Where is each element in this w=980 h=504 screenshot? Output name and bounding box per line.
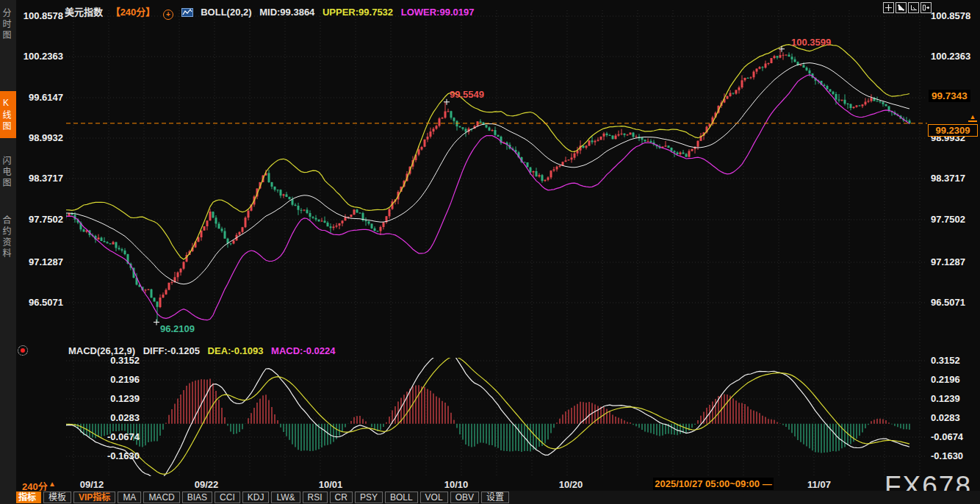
sidebar-tab-time-chart[interactable]: 分时图 — [0, 4, 16, 44]
toolbar-bias-button[interactable]: BIAS — [182, 492, 212, 503]
price-arrow-icon: ▲ — [968, 114, 977, 122]
toolbar-vol-button[interactable]: VOL — [420, 492, 448, 503]
macd-value: MACD:-0.0224 — [271, 345, 335, 356]
x-axis-date: 09/22 — [195, 479, 219, 490]
y-axis-label: 100.2363 — [931, 51, 970, 62]
add-indicator-icon[interactable]: + — [163, 10, 173, 20]
macd-axis-label: -0.1630 — [931, 450, 963, 461]
period-label: 【240分】 — [111, 7, 156, 18]
price-annotation: 100.3599 — [791, 37, 831, 48]
macd-axis-label: -0.0674 — [931, 431, 963, 442]
y-axis-label: 96.5071 — [931, 297, 965, 308]
toolbar-rsi-button[interactable]: RSI — [303, 492, 328, 503]
selected-bar-datetime: 2025/10/27 05:00~09:00 — — [653, 478, 774, 490]
toolbar-obv-button[interactable]: OBV — [450, 492, 479, 503]
chart-canvas[interactable] — [0, 0, 980, 504]
toolbar-kdj-button[interactable]: KDJ — [242, 492, 270, 503]
left-sidebar: 分时图 K线图 闪电图 合约资料 — [0, 0, 16, 504]
x-axis-date: 09/12 — [80, 479, 104, 490]
macd-axis-label: 0.0283 — [96, 412, 140, 423]
sidebar-tab-kline-chart[interactable]: K线图 — [0, 91, 16, 138]
y-axis-label: 98.3717 — [931, 173, 965, 184]
symbol-name: 美元指数 — [65, 7, 103, 18]
sidebar-tab-flash-chart[interactable]: 闪电图 — [0, 150, 16, 194]
axis-zoom-right-icon[interactable] — [908, 2, 919, 13]
exit-view-icon[interactable] — [920, 2, 932, 13]
x-axis-date: 10/01 — [319, 479, 343, 490]
macd-axis-label: -0.1630 — [96, 450, 140, 461]
macd-dea: DEA:-0.1093 — [208, 345, 264, 356]
toolbar-boll-button[interactable]: BOLL — [385, 492, 418, 503]
toolbar-indicators-button[interactable]: 指标 — [13, 492, 41, 503]
y-axis-label: 97.7502 — [931, 214, 965, 225]
window-controls — [883, 2, 932, 13]
macd-axis-label: 0.2196 — [931, 374, 960, 385]
macd-axis-label: 0.2196 — [96, 374, 140, 385]
x-axis-date: 10/20 — [559, 479, 583, 490]
indicator-toolbar: 指标 模板 VIP指标 MA MACD BIAS CCI KDJ LW& RSI… — [13, 492, 509, 503]
macd-axis-label: 0.1239 — [931, 393, 960, 404]
macd-axis-label: -0.0674 — [96, 431, 140, 442]
price-annotation: 96.2109 — [160, 323, 195, 334]
last-price-badge: 99.2309 — [928, 124, 978, 137]
x-axis-date: 10/10 — [444, 479, 469, 490]
toolbar-ma-button[interactable]: MA — [118, 492, 141, 503]
price-annotation: 99.5549 — [450, 89, 484, 100]
axis-zoom-left-icon[interactable] — [896, 2, 907, 13]
trading-app-window: 分时图 K线图 闪电图 合约资料 美元指数 【240分】 + BOLL(20,2… — [0, 0, 980, 504]
pan-icon[interactable] — [883, 2, 894, 13]
toolbar-template-button[interactable]: 模板 — [43, 492, 71, 503]
macd-axis-label: 0.3152 — [96, 355, 140, 366]
chart-header: 美元指数 【240分】 + BOLL(20,2) MID:99.3864 UPP… — [65, 4, 479, 20]
toolbar-vip-indicators-button[interactable]: VIP指标 — [73, 492, 115, 503]
chart-type-icon[interactable] — [181, 8, 196, 19]
indicator-target-icon[interactable] — [18, 345, 28, 356]
boll-mid: MID:99.3864 — [259, 7, 314, 18]
toolbar-settings-button[interactable]: 设置 — [481, 492, 509, 503]
x-axis-date: 11/07 — [807, 479, 831, 490]
toolbar-macd-button[interactable]: MACD — [143, 492, 179, 503]
price-marker-label: 99.7343 — [929, 90, 970, 102]
macd-axis-label: 0.1239 — [96, 393, 140, 404]
sidebar-tab-contract-info[interactable]: 合约资料 — [0, 203, 16, 272]
macd-axis-label: 0.3152 — [931, 355, 960, 366]
boll-lower: LOWER:99.0197 — [401, 7, 475, 18]
toolbar-cr-button[interactable]: CR — [330, 492, 353, 503]
macd-diff: DIFF:-0.1205 — [143, 345, 200, 356]
y-axis-label: 97.1287 — [931, 256, 965, 267]
timeframe-arrow-icon[interactable]: ▲ — [48, 480, 56, 488]
boll-upper: UPPER:99.7532 — [323, 7, 393, 18]
toolbar-cci-button[interactable]: CCI — [215, 492, 240, 503]
toolbar-lw-button[interactable]: LW& — [271, 492, 300, 503]
toolbar-psy-button[interactable]: PSY — [355, 492, 383, 503]
boll-label: BOLL(20,2) — [201, 7, 251, 18]
macd-axis-label: 0.0283 — [931, 412, 960, 423]
y-axis-label: 100.8578 — [931, 10, 970, 21]
